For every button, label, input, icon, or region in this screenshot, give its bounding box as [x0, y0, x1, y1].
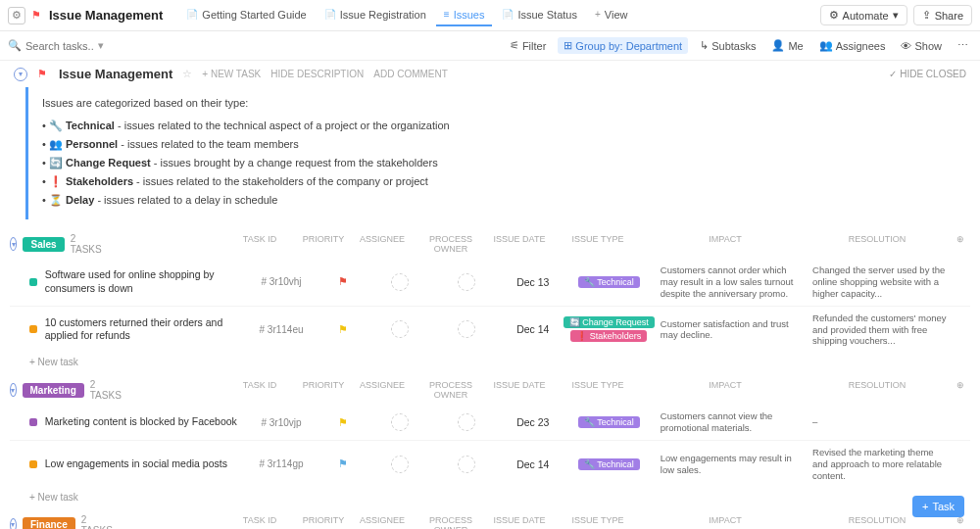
tab-icon: 📄: [324, 9, 336, 20]
subtasks-button[interactable]: ↳ Subtasks: [696, 37, 760, 54]
issue-date: Dec 13: [505, 276, 562, 288]
star-icon[interactable]: ☆: [182, 68, 192, 80]
task-row[interactable]: Low engagements in social media posts# 3…: [10, 440, 970, 488]
resolution-text: –: [808, 416, 952, 428]
description-item: • ❗ Stakeholders - issues related to the…: [42, 172, 941, 191]
issue-type-tag: 🔄 Change Request: [564, 316, 655, 328]
assignee-avatar[interactable]: [391, 413, 409, 431]
automate-label: Automate: [843, 10, 889, 22]
issue-type-tag: 🔧 Technical: [578, 276, 640, 288]
group-header[interactable]: ▾Sales2 TASKSTASK IDPRIORITYASSIGNEEPROC…: [10, 229, 970, 259]
resolution-text: Refunded the customers' money and provid…: [808, 313, 952, 348]
description-item: • 🔧 Technical - issues related to the te…: [42, 117, 941, 135]
status-dot: [29, 278, 37, 286]
assignee-avatar[interactable]: [391, 273, 409, 291]
description-block: Issues are categorized based on their ty…: [25, 87, 955, 219]
owner-avatar[interactable]: [458, 413, 475, 431]
group-header[interactable]: ▾Finance2 TASKSTASK IDPRIORITYASSIGNEEPR…: [10, 510, 970, 529]
add-column-icon[interactable]: ⊕: [951, 234, 970, 254]
issue-type-tag: ❗ Stakeholders: [570, 330, 647, 342]
assignees-button[interactable]: 👥 Assignees: [815, 37, 890, 54]
owner-avatar[interactable]: [458, 456, 475, 473]
description-intro: Issues are categorized based on their ty…: [42, 97, 941, 109]
tab-icon: +: [595, 9, 601, 20]
owner-avatar[interactable]: [458, 320, 475, 338]
owner-avatar[interactable]: [458, 273, 475, 291]
group-badge: Sales: [23, 237, 64, 252]
task-count: 2 TASKS: [81, 514, 113, 529]
task-title: Low engagements in social media posts: [45, 457, 248, 471]
issue-date: Dec 14: [505, 458, 562, 470]
task-row[interactable]: Marketing content is blocked by Facebook…: [10, 405, 970, 440]
new-task-fab[interactable]: + Task: [912, 496, 964, 517]
issue-type: 🔧 Technical: [562, 457, 657, 471]
task-title: Marketing content is blocked by Facebook: [45, 415, 248, 429]
issue-type-tag: 🔧 Technical: [578, 458, 640, 470]
tab-issues[interactable]: ≡Issues: [436, 5, 493, 26]
settings-icon[interactable]: ⚙: [8, 7, 25, 24]
group-badge: Marketing: [23, 383, 84, 398]
status-dot: [29, 418, 37, 426]
share-label: Share: [935, 10, 963, 22]
priority-flag-icon[interactable]: ⚑: [338, 457, 348, 469]
priority-flag-icon[interactable]: ⚑: [338, 416, 348, 428]
issue-type-tag: 🔧 Technical: [578, 416, 640, 428]
priority-flag-icon[interactable]: ⚑: [338, 275, 348, 287]
status-dot: [29, 460, 37, 468]
issue-type: 🔧 Technical: [562, 275, 657, 289]
impact-text: Customers cannot order which may result …: [657, 264, 808, 300]
task-id: # 3r114eu: [248, 324, 315, 335]
new-task-row[interactable]: + New task: [10, 353, 970, 371]
group-badge: Finance: [23, 517, 75, 529]
share-button[interactable]: ⇪ Share: [913, 5, 972, 25]
new-task-button[interactable]: + NEW TASK: [202, 69, 261, 79]
new-task-row[interactable]: + New task: [10, 488, 970, 506]
resolution-text: Changed the server used by the online sh…: [808, 264, 952, 300]
filter-button[interactable]: ⚟ Filter: [506, 37, 550, 54]
toggle-icon[interactable]: ▾: [10, 383, 17, 397]
group-header[interactable]: ▾Marketing2 TASKSTASK IDPRIORITYASSIGNEE…: [10, 375, 970, 405]
impact-text: Customers cannot view the promotional ma…: [657, 410, 808, 434]
hide-description-button[interactable]: HIDE DESCRIPTION: [270, 69, 364, 79]
task-count: 2 TASKS: [90, 379, 122, 401]
assignee-avatar[interactable]: [391, 320, 409, 338]
task-id: # 3r10vhj: [248, 276, 315, 287]
list-title: Issue Management: [59, 67, 172, 81]
add-comment-button[interactable]: ADD COMMENT: [373, 69, 448, 79]
task-id: # 3r114gp: [248, 458, 315, 469]
tab-getting-started-guide[interactable]: 📄Getting Started Guide: [178, 5, 314, 26]
impact-text: Customer satisfaction and trust may decl…: [657, 318, 808, 342]
tab-icon: 📄: [502, 9, 514, 20]
tab-icon: 📄: [186, 9, 198, 20]
page-title: Issue Management: [49, 8, 163, 23]
hide-closed-button[interactable]: ✓ HIDE CLOSED: [889, 69, 966, 79]
task-count: 2 TASKS: [71, 233, 102, 255]
issue-type: 🔧 Technical: [562, 415, 657, 429]
search-input[interactable]: 🔍 ▾: [8, 39, 121, 52]
add-column-icon[interactable]: ⊕: [951, 380, 970, 400]
status-dot: [29, 325, 37, 333]
collapse-icon[interactable]: ▾: [14, 68, 27, 81]
description-item: • ⏳ Delay - issues related to a delay in…: [42, 191, 941, 210]
tab-issue-registration[interactable]: 📄Issue Registration: [317, 5, 434, 26]
tab-issue-status[interactable]: 📄Issue Status: [494, 5, 585, 26]
task-row[interactable]: Software used for online shopping by con…: [10, 259, 970, 306]
more-icon[interactable]: ⋯: [954, 37, 972, 54]
tab-icon: ≡: [444, 9, 450, 20]
task-row[interactable]: 10 customers returned their orders and a…: [10, 306, 970, 354]
assignee-avatar[interactable]: [391, 456, 409, 473]
priority-flag-icon[interactable]: ⚑: [338, 323, 348, 335]
issue-date: Dec 23: [505, 416, 562, 428]
show-button[interactable]: 👁 Show: [897, 38, 946, 54]
issue-date: Dec 14: [505, 323, 562, 335]
automate-button[interactable]: ⚙ Automate ▾: [820, 5, 907, 25]
toggle-icon[interactable]: ▾: [10, 237, 17, 251]
toggle-icon[interactable]: ▾: [10, 518, 17, 529]
task-id: # 3r10vjp: [248, 417, 315, 428]
group-by-button[interactable]: ⊞ Group by: Department: [558, 37, 688, 54]
description-item: • 🔄 Change Request - issues brought by a…: [42, 154, 941, 172]
me-button[interactable]: 👤 Me: [767, 37, 807, 54]
tab-view[interactable]: +View: [587, 5, 636, 26]
impact-text: Low engagements may result in low sales.: [657, 453, 808, 476]
description-item: • 👥 Personnel - issues related to the te…: [42, 135, 941, 154]
